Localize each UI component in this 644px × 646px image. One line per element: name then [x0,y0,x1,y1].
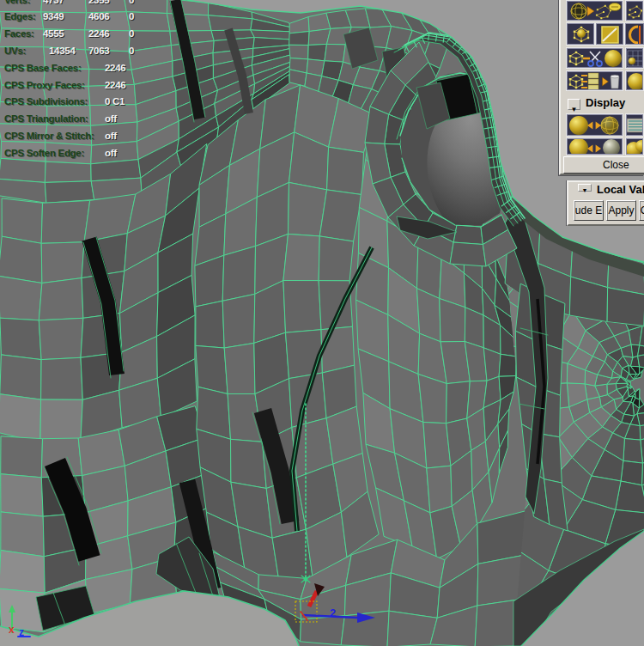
svg-text:2: 2 [330,606,336,619]
svg-text:x: x [9,624,15,636]
